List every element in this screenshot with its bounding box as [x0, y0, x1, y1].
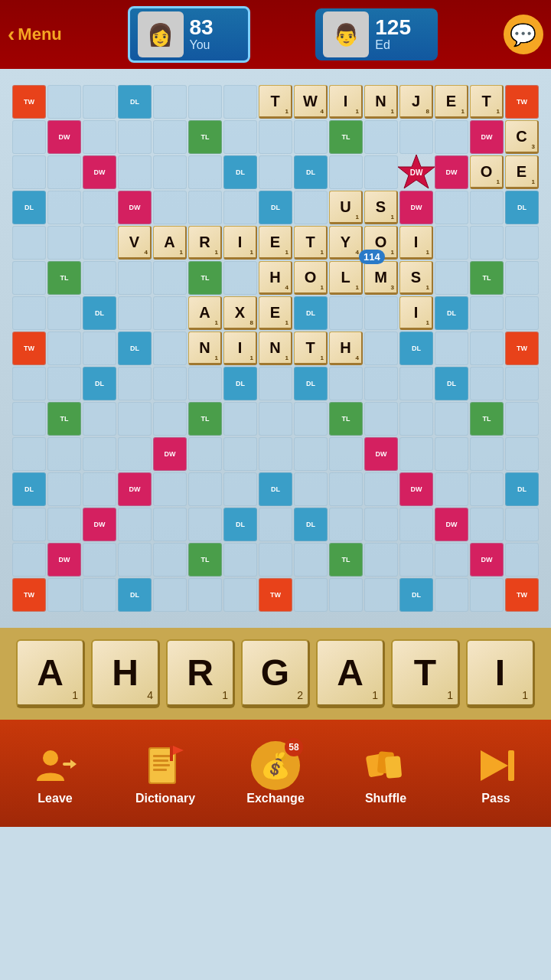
- cell-7-13[interactable]: [470, 332, 504, 365]
- cell-2-6[interactable]: DL: [223, 155, 257, 189]
- cell-11-4[interactable]: [153, 472, 187, 506]
- cell-3-10[interactable]: S1: [364, 191, 398, 224]
- game-board[interactable]: TWDLT1W4I1N1J8E1T1TWDWTLTLDWC3DWDLDL DWD…: [12, 85, 539, 612]
- leave-nav-item[interactable]: Leave: [17, 741, 93, 805]
- cell-5-5[interactable]: TL: [188, 261, 222, 295]
- dictionary-nav-item[interactable]: Dictionary: [127, 741, 204, 805]
- rack-tile-A[interactable]: A1: [316, 639, 385, 708]
- cell-7-12[interactable]: [435, 332, 468, 365]
- cell-6-5[interactable]: A1: [188, 296, 222, 330]
- cell-8-10[interactable]: [364, 367, 398, 400]
- cell-5-7[interactable]: H4: [259, 261, 292, 295]
- cell-6-11[interactable]: I1: [399, 296, 433, 330]
- cell-8-9[interactable]: [329, 367, 363, 400]
- cell-14-8[interactable]: [294, 578, 328, 612]
- cell-8-8[interactable]: DL: [294, 367, 328, 400]
- cell-10-14[interactable]: [505, 437, 539, 471]
- cell-5-8[interactable]: O1: [294, 261, 328, 295]
- rack-tile-I[interactable]: I1: [466, 639, 535, 708]
- cell-7-5[interactable]: N1: [188, 332, 222, 365]
- cell-0-7[interactable]: T1: [259, 85, 292, 119]
- cell-13-1[interactable]: DW: [47, 543, 81, 577]
- rack-tile-R[interactable]: R1: [166, 639, 235, 708]
- cell-12-7[interactable]: [259, 508, 292, 541]
- cell-8-7[interactable]: [259, 367, 292, 400]
- cell-2-1[interactable]: [47, 155, 81, 189]
- cell-14-12[interactable]: [435, 578, 468, 612]
- cell-14-13[interactable]: [470, 578, 504, 612]
- cell-1-4[interactable]: [153, 120, 187, 154]
- cell-13-11[interactable]: [399, 543, 433, 577]
- cell-2-13[interactable]: O1: [470, 155, 504, 189]
- cell-2-8[interactable]: DL: [294, 155, 328, 189]
- cell-10-0[interactable]: [12, 437, 46, 471]
- cell-12-1[interactable]: [47, 508, 81, 541]
- cell-2-3[interactable]: [118, 155, 152, 189]
- cell-3-2[interactable]: [83, 191, 116, 224]
- cell-7-6[interactable]: I1: [223, 332, 257, 365]
- cell-12-13[interactable]: [470, 508, 504, 541]
- cell-2-11[interactable]: DW: [399, 155, 433, 189]
- cell-9-8[interactable]: [294, 402, 328, 436]
- cell-14-3[interactable]: DL: [118, 578, 152, 612]
- cell-7-2[interactable]: [83, 332, 116, 365]
- cell-13-8[interactable]: [294, 543, 328, 577]
- cell-1-2[interactable]: [83, 120, 116, 154]
- cell-5-11[interactable]: S1: [399, 261, 433, 295]
- cell-1-6[interactable]: [223, 120, 257, 154]
- cell-0-6[interactable]: [223, 85, 257, 119]
- cell-5-4[interactable]: [153, 261, 187, 295]
- cell-5-9[interactable]: L1: [329, 261, 363, 295]
- cell-9-14[interactable]: [505, 402, 539, 436]
- cell-6-4[interactable]: [153, 296, 187, 330]
- cell-6-6[interactable]: X8: [223, 296, 257, 330]
- cell-12-5[interactable]: [188, 508, 222, 541]
- cell-10-6[interactable]: [223, 437, 257, 471]
- cell-2-2[interactable]: DW: [83, 155, 116, 189]
- cell-6-14[interactable]: [505, 296, 539, 330]
- cell-14-9[interactable]: [329, 578, 363, 612]
- cell-13-10[interactable]: [364, 543, 398, 577]
- cell-11-6[interactable]: [223, 472, 257, 506]
- cell-7-1[interactable]: [47, 332, 81, 365]
- cell-13-3[interactable]: [118, 543, 152, 577]
- cell-5-6[interactable]: [223, 261, 257, 295]
- cell-4-14[interactable]: [505, 226, 539, 260]
- cell-12-14[interactable]: [505, 508, 539, 541]
- cell-1-12[interactable]: [435, 120, 468, 154]
- cell-7-11[interactable]: DL: [399, 332, 433, 365]
- cell-13-13[interactable]: DW: [470, 543, 504, 577]
- cell-14-0[interactable]: TW: [12, 578, 46, 612]
- cell-8-4[interactable]: [153, 367, 187, 400]
- cell-1-1[interactable]: DW: [47, 120, 81, 154]
- cell-11-14[interactable]: DL: [505, 472, 539, 506]
- rack-tile-T[interactable]: T1: [391, 639, 460, 708]
- cell-8-3[interactable]: [118, 367, 152, 400]
- cell-5-13[interactable]: TL: [470, 261, 504, 295]
- cell-12-4[interactable]: [153, 508, 187, 541]
- cell-0-12[interactable]: E1: [435, 85, 468, 119]
- cell-13-6[interactable]: [223, 543, 257, 577]
- cell-8-12[interactable]: DL: [435, 367, 468, 400]
- cell-13-4[interactable]: [153, 543, 187, 577]
- cell-3-9[interactable]: U1: [329, 191, 363, 224]
- cell-7-3[interactable]: DL: [118, 332, 152, 365]
- cell-2-14[interactable]: E1: [505, 155, 539, 189]
- cell-14-1[interactable]: [47, 578, 81, 612]
- cell-8-13[interactable]: [470, 367, 504, 400]
- cell-10-13[interactable]: [470, 437, 504, 471]
- cell-12-6[interactable]: DL: [223, 508, 257, 541]
- cell-10-5[interactable]: [188, 437, 222, 471]
- cell-9-9[interactable]: TL: [329, 402, 363, 436]
- cell-11-3[interactable]: DW: [118, 472, 152, 506]
- cell-1-9[interactable]: TL: [329, 120, 363, 154]
- chat-button[interactable]: 💬: [504, 15, 543, 54]
- cell-1-10[interactable]: [364, 120, 398, 154]
- cell-8-11[interactable]: [399, 367, 433, 400]
- cell-8-5[interactable]: [188, 367, 222, 400]
- cell-5-1[interactable]: TL: [47, 261, 81, 295]
- cell-3-5[interactable]: [188, 191, 222, 224]
- cell-12-8[interactable]: DL: [294, 508, 328, 541]
- cell-9-5[interactable]: TL: [188, 402, 222, 436]
- cell-14-7[interactable]: TW: [259, 578, 292, 612]
